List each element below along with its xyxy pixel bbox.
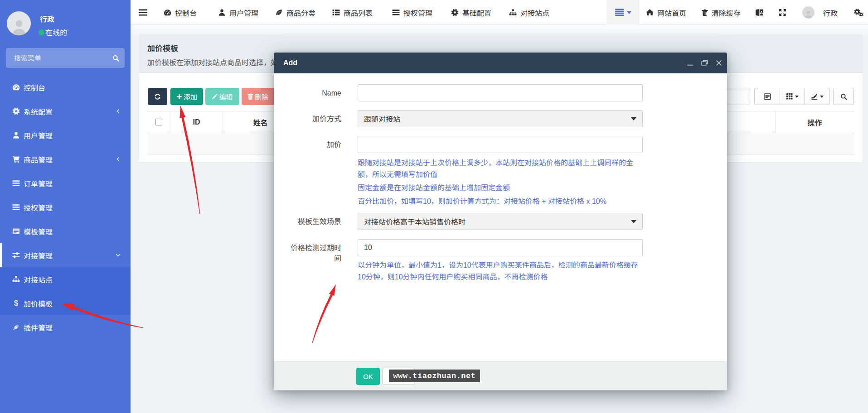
minimize-icon[interactable] (687, 60, 693, 67)
maximize-icon[interactable] (701, 60, 708, 67)
sidebar-item-label: 商品管理 (24, 154, 53, 165)
sliders-icon (11, 251, 21, 259)
sidebar-item-label: 插件管理 (24, 322, 53, 333)
sidebar-item-dock-site[interactable]: 对接站点 (0, 267, 131, 291)
sidebar-item-label: 对接管理 (24, 250, 53, 261)
caret-down-icon (631, 220, 636, 223)
refresh-icon (154, 93, 161, 100)
table-toolbar: 添加 编辑 删除 (148, 88, 274, 105)
close-icon[interactable] (716, 60, 722, 66)
select-value: 跟随对接站 (364, 113, 400, 124)
th-list-icon (332, 9, 340, 16)
common-search-button[interactable] (755, 88, 780, 105)
add-button[interactable]: 添加 (170, 88, 203, 105)
sitemap-icon (11, 276, 21, 283)
trash-icon (247, 93, 253, 100)
caret-down-icon (631, 117, 636, 120)
nav-item-dock-site[interactable]: 对接站点 (509, 0, 549, 25)
sidebar-item-label: 加价模板 (24, 298, 53, 309)
top-navbar: 控制台用户管理商品分类商品列表授权管理基础配置对接站点 网站首页 清除缓存 行政 (131, 0, 868, 25)
sidebar-item-dashboard[interactable]: 控制台 (0, 75, 131, 99)
nav-item-goods-cats[interactable]: 商品分类 (275, 0, 315, 25)
add-dialog: Add Name加价方式跟随对接站加价跟随对接站是对接站于上次价格上调多少，本站… (274, 53, 727, 390)
navbar-username[interactable]: 行政 (823, 0, 838, 25)
window-icon (11, 227, 21, 235)
markup-field[interactable] (358, 136, 643, 153)
dialog-title: Add (283, 59, 297, 67)
menu-search (6, 48, 125, 68)
nav-item-label: 授权管理 (403, 7, 432, 18)
sidebar-item-label: 模板管理 (24, 226, 53, 237)
menu-search-input[interactable] (6, 54, 112, 62)
select-all-checkbox[interactable] (155, 119, 162, 125)
field-label-scene: 模板生效场景 (287, 216, 341, 227)
search-icon (840, 93, 847, 100)
fullscreen-icon[interactable] (779, 0, 786, 25)
scene-select[interactable]: 对接站价格高于本站销售价格时 (358, 213, 643, 230)
leaf-icon (275, 9, 283, 16)
sidebar-item-auth-admin[interactable]: 授权管理 (0, 195, 131, 219)
refresh-button[interactable] (148, 88, 167, 105)
dialog-footer: OK www.tiaozhuan.net (274, 361, 727, 390)
nav-item-label: 清除缓存 (712, 7, 741, 18)
nav-item-dashboard[interactable]: 控制台 (164, 0, 197, 25)
sidebar-item-plugin-admin[interactable]: 插件管理 (0, 315, 131, 339)
dashboard-icon (11, 84, 21, 91)
nav-item-site-home[interactable]: 网站首页 (646, 0, 686, 25)
page-description: 加价模板在添加对接站点商品时选择，如 (147, 57, 278, 67)
table-column-checkbox[interactable] (148, 111, 170, 133)
dialog-body: Name加价方式跟随对接站加价跟随对接站是对接站于上次价格上调多少，本站则在对接… (274, 73, 727, 361)
user-icon (11, 131, 21, 139)
nav-menu-toggle-button[interactable] (606, 0, 640, 25)
sidebar-item-dock-admin[interactable]: 对接管理 (0, 243, 131, 267)
sidebar-item-template-admin[interactable]: 模板管理 (0, 219, 131, 243)
dialog-window-buttons (687, 53, 722, 73)
hamburger-icon[interactable] (139, 0, 147, 25)
sidebar: 行政 在线的 控制台系统配置用户管理商品管理订单管理授权管理模板管理对接管理对接… (0, 0, 131, 413)
gear-icon (451, 9, 459, 16)
sidebar-item-markup-template[interactable]: $加价模板 (0, 291, 131, 315)
export-icon (811, 93, 818, 100)
columns-button[interactable] (780, 88, 805, 105)
side-menu: 控制台系统配置用户管理商品管理订单管理授权管理模板管理对接管理对接站点$加价模板… (0, 75, 131, 339)
caret-down-icon (627, 11, 631, 14)
delete-button[interactable]: 删除 (242, 88, 274, 105)
sitemap-icon (509, 9, 517, 16)
nav-item-auth-admin[interactable]: 授权管理 (392, 0, 432, 25)
chevron-down-icon (115, 252, 121, 258)
online-status-icon (39, 29, 44, 35)
name-field[interactable] (358, 84, 643, 101)
export-button[interactable] (805, 88, 829, 105)
sidebar-item-system-config[interactable]: 系统配置 (0, 99, 131, 123)
dialog-header[interactable]: Add (274, 53, 727, 73)
sidebar-item-user-admin[interactable]: 用户管理 (0, 123, 131, 147)
chevron-left-icon (115, 108, 121, 114)
sidebar-item-order-admin[interactable]: 订单管理 (0, 171, 131, 195)
user-status: 在线的 (39, 27, 67, 38)
field-label-price-check-expire: 价格检测过期时间 (287, 243, 341, 264)
edit-button[interactable]: 编辑 (205, 88, 239, 105)
nav-item-goods-list[interactable]: 商品列表 (332, 0, 373, 25)
search-button[interactable] (833, 88, 854, 105)
sidebar-item-label: 控制台 (24, 82, 45, 93)
navbar-avatar[interactable] (802, 6, 815, 19)
sidebar-item-goods-admin[interactable]: 商品管理 (0, 147, 131, 171)
pencil-icon (212, 94, 218, 100)
home-icon (646, 9, 654, 16)
nav-list-icon (615, 9, 624, 16)
delete-button-label: 删除 (255, 92, 268, 101)
language-switch-icon[interactable] (755, 0, 764, 25)
ok-button[interactable]: OK (356, 368, 380, 385)
gear-icon (11, 107, 21, 115)
price-check-expire-field[interactable] (358, 239, 643, 256)
trash-icon (702, 9, 708, 16)
nav-item-clear-cache[interactable]: 清除缓存 (702, 0, 741, 25)
markup-mode-select[interactable]: 跟随对接站 (358, 110, 643, 127)
help-text-markup: 跟随对接站是对接站于上次价格上调多少，本站则在对接站价格的基础上上调同样的金额，… (358, 157, 640, 209)
gears-icon[interactable] (854, 0, 863, 25)
search-icon[interactable] (112, 55, 119, 62)
user-icon (218, 9, 226, 16)
dollar-icon: $ (11, 299, 21, 307)
nav-item-base-config[interactable]: 基础配置 (451, 0, 491, 25)
nav-item-user-admin[interactable]: 用户管理 (218, 0, 258, 25)
